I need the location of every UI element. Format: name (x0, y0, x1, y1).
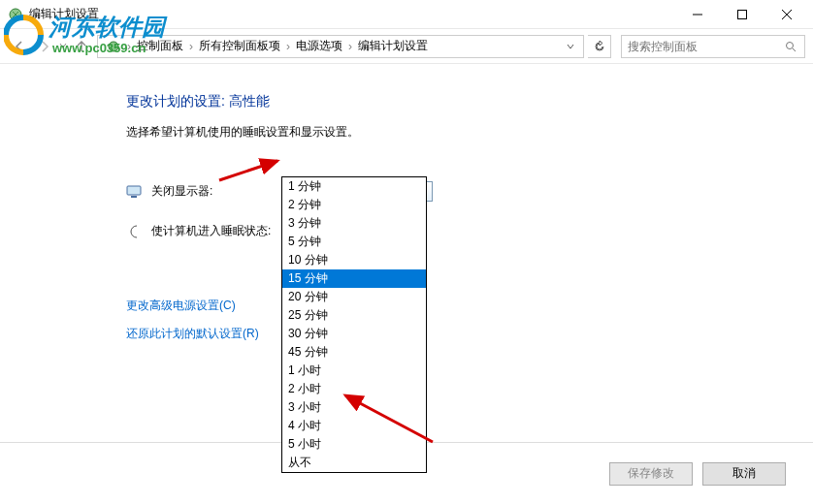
dropdown-option[interactable]: 3 分钟 (282, 214, 426, 233)
breadcrumb[interactable]: › 控制面板 › 所有控制面板项 › 电源选项 › 编辑计划设置 (97, 35, 584, 58)
history-dropdown[interactable] (58, 35, 68, 56)
minimize-button[interactable] (675, 0, 720, 29)
dropdown-option[interactable]: 2 分钟 (282, 196, 426, 214)
search-input[interactable] (628, 40, 783, 53)
moon-icon (126, 224, 142, 239)
back-button[interactable] (8, 35, 31, 58)
display-off-dropdown[interactable]: 1 分钟2 分钟3 分钟5 分钟10 分钟15 分钟20 分钟25 分钟30 分… (281, 176, 427, 473)
cancel-button[interactable]: 取消 (702, 462, 786, 486)
breadcrumb-item[interactable]: 编辑计划设置 (354, 38, 432, 54)
dropdown-option[interactable]: 1 分钟 (282, 177, 426, 196)
setting-sleep-row: 使计算机进入睡眠状态: (126, 223, 790, 239)
page-heading: 更改计划的设置: 高性能 (126, 93, 790, 110)
window-controls (675, 0, 809, 29)
titlebar: 编辑计划设置 (0, 0, 813, 29)
dropdown-option[interactable]: 1 小时 (282, 362, 426, 380)
heading-prefix: 更改计划的设置: (126, 93, 229, 109)
dropdown-option[interactable]: 15 分钟 (282, 269, 426, 288)
chevron-down-icon[interactable] (562, 43, 579, 50)
dropdown-option[interactable]: 10 分钟 (282, 251, 426, 269)
dropdown-option[interactable]: 5 分钟 (282, 233, 426, 251)
up-button[interactable] (70, 35, 93, 58)
chevron-right-icon: › (125, 40, 133, 53)
dropdown-option[interactable]: 45 分钟 (282, 343, 426, 362)
svg-line-7 (793, 48, 796, 51)
chevron-right-icon: › (346, 40, 354, 53)
setting-display-off-row: 关闭显示器: 15 分钟 ⌄ (126, 181, 790, 202)
window-title: 编辑计划设置 (29, 6, 675, 22)
close-button[interactable] (764, 0, 809, 29)
navbar: › 控制面板 › 所有控制面板项 › 电源选项 › 编辑计划设置 (0, 29, 813, 64)
forward-button[interactable] (33, 35, 56, 58)
nav-arrows (8, 35, 93, 58)
svg-rect-8 (127, 186, 141, 195)
monitor-icon (126, 184, 142, 200)
search-box[interactable] (621, 35, 805, 58)
svg-rect-9 (131, 196, 137, 198)
heading-plan-name: 高性能 (229, 93, 270, 109)
dropdown-option[interactable]: 2 小时 (282, 380, 426, 398)
search-icon[interactable] (783, 39, 798, 54)
breadcrumb-item[interactable]: 电源选项 (292, 38, 346, 54)
chevron-right-icon: › (284, 40, 292, 53)
chevron-right-icon: › (187, 40, 195, 53)
dropdown-option[interactable]: 从不 (282, 454, 426, 472)
breadcrumb-item[interactable]: 控制面板 (133, 38, 187, 54)
dropdown-option[interactable]: 25 分钟 (282, 306, 426, 325)
dropdown-option[interactable]: 5 小时 (282, 435, 426, 454)
advanced-power-link[interactable]: 更改高级电源设置(C) (126, 298, 790, 314)
dropdown-option[interactable]: 30 分钟 (282, 325, 426, 343)
page-subheading: 选择希望计算机使用的睡眠设置和显示设置。 (126, 124, 790, 141)
display-off-label: 关闭显示器: (151, 183, 277, 200)
app-icon (8, 7, 23, 22)
save-button[interactable]: 保存修改 (609, 462, 693, 486)
svg-point-5 (109, 42, 118, 51)
dropdown-option[interactable]: 3 小时 (282, 398, 426, 417)
breadcrumb-item[interactable]: 所有控制面板项 (195, 38, 284, 54)
dropdown-option[interactable]: 20 分钟 (282, 288, 426, 306)
dropdown-option[interactable]: 4 小时 (282, 417, 426, 435)
sleep-label: 使计算机进入睡眠状态: (151, 223, 277, 239)
power-icon (106, 39, 121, 54)
svg-rect-2 (738, 10, 747, 18)
maximize-button[interactable] (720, 0, 764, 29)
svg-point-6 (787, 42, 794, 48)
refresh-button[interactable] (588, 35, 611, 58)
links-section: 更改高级电源设置(C) 还原此计划的默认设置(R) (126, 298, 790, 342)
restore-defaults-link[interactable]: 还原此计划的默认设置(R) (126, 326, 790, 342)
